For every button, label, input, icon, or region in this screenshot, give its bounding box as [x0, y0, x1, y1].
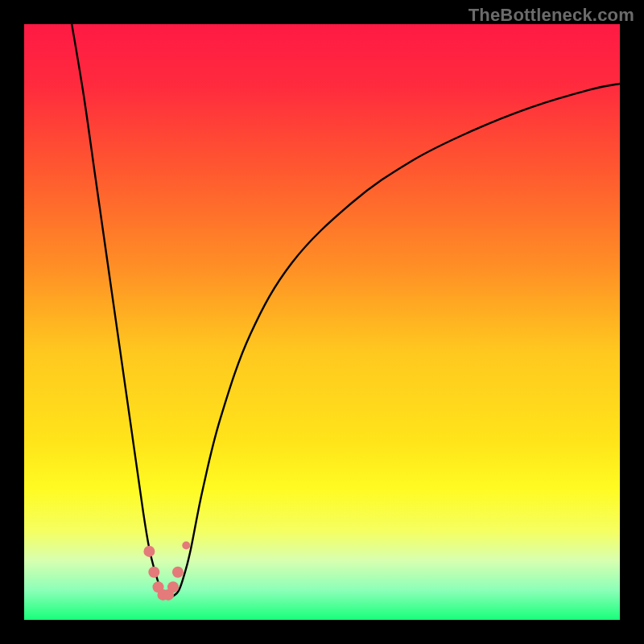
- bottleneck-curve: [72, 24, 620, 597]
- highlight-dot: [148, 567, 159, 578]
- curve-layer: [24, 24, 620, 620]
- highlight-dot: [182, 542, 190, 550]
- plot-area: [24, 24, 620, 620]
- watermark-text: TheBottleneck.com: [469, 5, 634, 26]
- highlight-dot: [172, 567, 184, 578]
- marker-group: [143, 542, 190, 601]
- chart-frame: TheBottleneck.com: [0, 0, 644, 644]
- highlight-dot: [143, 546, 155, 557]
- highlight-dot: [167, 581, 179, 592]
